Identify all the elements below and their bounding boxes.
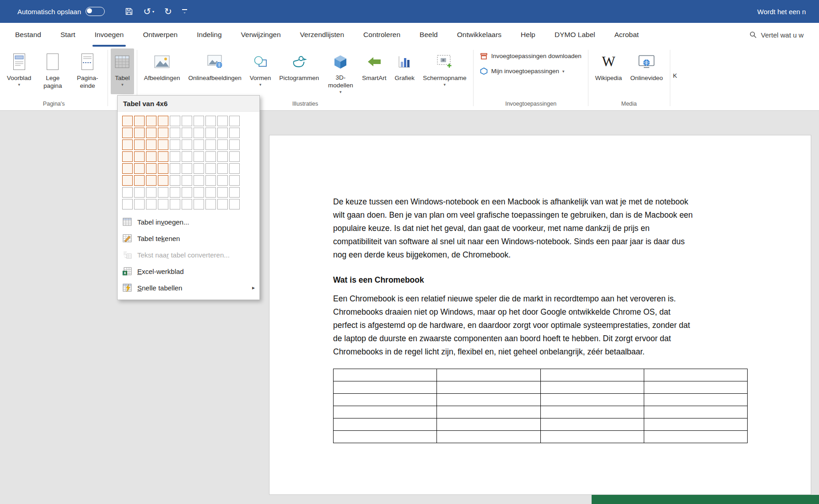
table-size-cell[interactable] [134,187,145,198]
menu-item-insert-table[interactable]: Tabel invoegen... [118,214,259,230]
vormen-button[interactable]: Vormen ▾ [246,48,275,94]
table-size-cell[interactable] [170,163,180,174]
wikipedia-button[interactable]: W Wikipedia [591,48,626,94]
tab-help[interactable]: Help [511,23,545,47]
schermopname-button[interactable]: Schermopname ▾ [419,48,470,94]
table-size-cell[interactable] [170,187,180,198]
table-size-cell[interactable] [170,199,180,209]
table-size-cell[interactable] [182,151,192,162]
tab-acrobat[interactable]: Acrobat [605,23,648,47]
table-size-cell[interactable] [170,116,180,126]
my-addins-button[interactable]: Mijn invoegtoepassingen ▾ [480,67,581,75]
autosave-toggle[interactable] [86,7,105,16]
doc-table-cell[interactable] [437,369,540,381]
table-size-cell[interactable] [194,128,204,138]
table-size-cell[interactable] [146,116,156,126]
customize-qat-button[interactable]: ⌄ [182,9,187,14]
doc-table-cell[interactable] [644,394,747,406]
doc-table-cell[interactable] [644,381,747,394]
table-size-cell[interactable] [229,151,240,162]
table-size-cell[interactable] [205,128,216,138]
table-size-cell[interactable] [146,151,156,162]
table-size-cell[interactable] [134,163,145,174]
table-size-cell[interactable] [122,199,133,209]
pictogrammen-button[interactable]: Pictogrammen [275,48,323,94]
table-size-cell[interactable] [122,175,133,186]
document-page[interactable]: De keuze tussen een Windows-notebook en … [269,135,811,495]
table-size-cell[interactable] [146,199,156,209]
doc-table-cell[interactable] [334,394,437,406]
3d-modellen-button[interactable]: 3D-modellen ▾ [323,48,358,94]
partial-ribbon-button[interactable]: K [670,47,680,110]
table-size-cell[interactable] [158,116,168,126]
table-size-cell[interactable] [134,128,145,138]
table-size-cell[interactable] [217,187,228,198]
redo-button[interactable]: ↻ [164,7,172,16]
table-size-cell[interactable] [205,163,216,174]
table-size-cell[interactable] [158,199,168,209]
tab-verwijzingen[interactable]: Verwijzingen [232,23,291,47]
table-size-cell[interactable] [217,151,228,162]
addins-download-button[interactable]: Invoegtoepassingen downloaden [480,52,581,60]
menu-item-excel-spreadsheet[interactable]: X Excel-werkblad [118,263,259,279]
table-size-cell[interactable] [182,116,192,126]
lege-pagina-button[interactable]: Lege pagina [35,48,70,94]
table-size-cell[interactable] [122,139,133,150]
doc-table-cell[interactable] [644,369,747,381]
table-size-cell[interactable] [134,151,145,162]
doc-table-cell[interactable] [540,381,644,394]
table-size-cell[interactable] [134,199,145,209]
table-size-cell[interactable] [122,128,133,138]
table-size-cell[interactable] [229,163,240,174]
table-size-cell[interactable] [217,139,228,150]
table-size-cell[interactable] [122,187,133,198]
tab-bestand[interactable]: Bestand [5,23,51,47]
tabel-button[interactable]: Tabel ▾ [111,48,134,94]
table-size-cell[interactable] [229,175,240,186]
tab-dymo-label[interactable]: DYMO Label [545,23,605,47]
table-size-cell[interactable] [194,175,204,186]
table-size-cell[interactable] [229,128,240,138]
table-size-cell[interactable] [146,128,156,138]
table-size-cell[interactable] [205,175,216,186]
doc-table-cell[interactable] [437,431,540,443]
tab-ontwikkelaars[interactable]: Ontwikkelaars [447,23,511,47]
afbeeldingen-button[interactable]: Afbeeldingen [140,48,184,94]
pagina-einde-button[interactable]: Pagina-einde [70,48,105,94]
table-size-cell[interactable] [170,128,180,138]
onlinevideo-button[interactable]: Onlinevideo [626,48,667,94]
table-size-cell[interactable] [122,116,133,126]
doc-table-cell[interactable] [334,431,437,443]
table-size-cell[interactable] [134,139,145,150]
doc-table-cell[interactable] [540,406,644,418]
menu-item-draw-table[interactable]: Tabel tekenen [118,230,259,247]
table-size-cell[interactable] [158,128,168,138]
doc-table-cell[interactable] [437,381,540,394]
table-size-cell[interactable] [158,175,168,186]
table-size-cell[interactable] [158,187,168,198]
menu-item-quick-tables[interactable]: Snelle tabellen ▸ [118,279,259,296]
table-size-cell[interactable] [205,187,216,198]
table-size-cell[interactable] [182,199,192,209]
doc-table-cell[interactable] [334,381,437,394]
table-size-cell[interactable] [194,139,204,150]
doc-table-cell[interactable] [540,369,644,381]
table-size-cell[interactable] [170,151,180,162]
save-button[interactable] [125,7,133,16]
undo-button[interactable]: ↺ ▾ [143,7,154,16]
tab-indeling[interactable]: Indeling [187,23,231,47]
table-size-cell[interactable] [194,151,204,162]
tab-controleren[interactable]: Controleren [354,23,410,47]
onlineafbeeldingen-button[interactable]: Onlineafbeeldingen [184,48,245,94]
table-size-cell[interactable] [122,151,133,162]
tab-ontwerpen[interactable]: Ontwerpen [133,23,187,47]
doc-table-cell[interactable] [540,394,644,406]
doc-table-cell[interactable] [437,394,540,406]
tab-beeld[interactable]: Beeld [410,23,447,47]
table-size-cell[interactable] [134,116,145,126]
table-size-cell[interactable] [182,175,192,186]
tab-start[interactable]: Start [51,23,85,47]
table-size-cell[interactable] [205,199,216,209]
doc-table-cell[interactable] [540,431,644,443]
table-size-cell[interactable] [205,116,216,126]
